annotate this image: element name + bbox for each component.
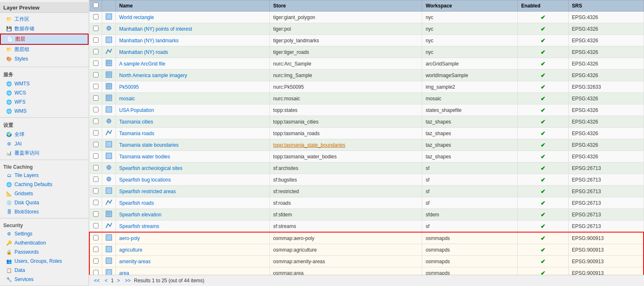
layer-workspace-cell: nyc [422, 46, 518, 58]
row-checkbox[interactable] [93, 84, 99, 89]
next-page-link[interactable]: > [115, 277, 122, 284]
layer-name-link[interactable]: Spearfish roads [119, 200, 154, 206]
layer-name-link[interactable]: mosaic [119, 96, 135, 102]
row-checkbox[interactable] [93, 165, 99, 170]
row-checkbox[interactable] [93, 37, 99, 43]
layer-name-link[interactable]: Tasmania water bodies [119, 154, 170, 160]
sidebar-item-services[interactable]: 🔧 Services [0, 275, 89, 284]
layer-workspace-cell: nyc [422, 23, 518, 35]
layer-name-link[interactable]: World rectangle [119, 15, 154, 20]
sidebar-item-wfs[interactable]: 🌐 WFS [0, 97, 89, 107]
layer-enabled-cell: ✔ [518, 186, 569, 197]
row-checkbox[interactable] [93, 247, 99, 252]
layer-name-link[interactable]: Manhattan (NY) points of interest [119, 26, 192, 32]
layer-name-link[interactable]: agriculture [119, 247, 142, 253]
sidebar-item-datastore[interactable]: 💾 数据存储 [0, 24, 89, 34]
layer-enabled-cell: ✔ [518, 244, 569, 256]
wfs-icon: 🌐 [6, 99, 12, 105]
workspace-icon: 📁 [6, 16, 12, 23]
row-checkbox[interactable] [93, 200, 99, 205]
sidebar-item-layergroup[interactable]: 📁 图层组 [0, 45, 89, 54]
layer-name-link[interactable]: Tasmania state boundaries [119, 142, 178, 148]
layer-name-link[interactable]: Manhattan (NY) landmarks [119, 38, 178, 44]
layer-enabled-cell: ✔ [518, 174, 569, 186]
row-checkbox[interactable] [93, 130, 99, 136]
security-settings-icon: ⚙ [6, 230, 12, 237]
layer-srs-cell: EPSG:900913 [568, 244, 644, 256]
row-checkbox[interactable] [93, 142, 99, 147]
row-checkbox[interactable] [93, 211, 99, 217]
sidebar-item-disk-quota[interactable]: 💿 Disk Quota [0, 198, 89, 207]
prev-page-link[interactable]: < [103, 277, 109, 284]
layer-name-link[interactable]: Tasmania cities [119, 119, 153, 125]
sidebar-item-styles[interactable]: 🎨 Styles [0, 54, 89, 63]
sidebar-item-label: BlobStores [14, 209, 39, 215]
row-checkbox[interactable] [93, 270, 99, 275]
enabled-checkmark: ✔ [541, 119, 545, 125]
sidebar-item-authentication[interactable]: 🔑 Authentication [0, 238, 89, 247]
row-checkbox[interactable] [93, 177, 99, 182]
layer-name-link[interactable]: aero-poly [119, 235, 140, 241]
row-checkbox[interactable] [93, 14, 99, 19]
jai-icon: ⚙ [6, 141, 12, 147]
layer-workspace-cell: osmmapds [422, 256, 518, 267]
enabled-checkmark: ✔ [541, 200, 545, 206]
sidebar-item-wmts[interactable]: 🌐 WMTS [0, 79, 89, 88]
first-page-link[interactable]: << [92, 277, 101, 284]
layer-name-link[interactable]: A sample ArcGrid file [119, 61, 165, 67]
sidebar-item-caching-defaults[interactable]: 🌐 Caching Defaults [0, 180, 89, 189]
sidebar-item-blobstores[interactable]: 🗄 BlobStores [0, 207, 89, 216]
sidebar-item-users-groups-roles[interactable]: 👥 Users, Groups, Roles [0, 257, 89, 266]
layer-name-link[interactable]: amenity-areas [119, 259, 151, 264]
row-checkbox[interactable] [93, 95, 99, 101]
sidebar-item-global[interactable]: 🌍 全球 [0, 130, 89, 139]
row-checkbox[interactable] [93, 61, 99, 66]
sidebar: Layer Preview 📁 工作区 💾 数据存储 📄 图层 📁 图层组 🎨 … [0, 0, 89, 286]
layer-name-link[interactable]: North America sample imagery [119, 73, 187, 78]
row-checkbox[interactable] [93, 235, 99, 240]
layer-name-link[interactable]: Spearfish restricted areas [119, 189, 176, 194]
layer-name-link[interactable]: Spearfish elevation [119, 212, 161, 218]
layer-name-link[interactable]: Spearfish archeological sites [119, 165, 183, 171]
sidebar-item-tile-layers[interactable]: 🗂 Tile Layers [0, 171, 89, 180]
row-checkbox[interactable] [93, 72, 99, 78]
row-checkbox[interactable] [93, 107, 99, 112]
layer-name-link[interactable]: Manhattan (NY) roads [119, 49, 168, 55]
sidebar-item-wcs[interactable]: 🌐 WCS [0, 88, 89, 97]
sidebar-item-jai[interactable]: ⚙ JAI [0, 139, 89, 148]
sidebar-item-label: JAI [14, 141, 22, 147]
sidebar-item-label: 全球 [14, 131, 24, 138]
layer-srs-cell: EPSG:4326 [568, 128, 644, 139]
layer-name-link[interactable]: Spearfish bug locations [119, 177, 171, 183]
row-checkbox[interactable] [93, 153, 99, 159]
layer-name-link[interactable]: Pk50095 [119, 84, 139, 90]
select-all-checkbox[interactable] [93, 2, 99, 8]
svg-point-27 [107, 165, 111, 170]
row-checkbox[interactable] [93, 26, 99, 31]
row-checkbox[interactable] [93, 49, 99, 54]
sidebar-item-layers[interactable]: 📄 图层 [0, 34, 89, 45]
layer-name-link[interactable]: Spearfish streams [119, 223, 159, 229]
sidebar-item-workspace[interactable]: 📁 工作区 [0, 15, 89, 24]
row-checkbox[interactable] [93, 258, 99, 264]
sidebar-item-data[interactable]: 📋 Data [0, 266, 89, 275]
layer-workspace-cell: sf [422, 174, 518, 186]
sidebar-item-gridsets[interactable]: 📐 Gridsets [0, 189, 89, 198]
layer-name-link[interactable]: area [119, 270, 129, 275]
layer-name-link[interactable]: Tasmania roads [119, 131, 154, 136]
layer-store-cell: osmmap:area [270, 267, 422, 275]
caching-defaults-icon: 🌐 [6, 181, 12, 188]
last-page-link[interactable]: >> [123, 277, 132, 284]
row-checkbox[interactable] [93, 119, 99, 124]
row-checkbox[interactable] [93, 188, 99, 194]
sidebar-item-wms[interactable]: 🌐 WMS [0, 107, 89, 116]
sidebar-item-passwords[interactable]: 🔒 Passwords [0, 247, 89, 257]
svg-point-1 [107, 26, 111, 30]
row-checkbox[interactable] [93, 223, 99, 228]
store-link[interactable]: topp:tasmania_state_boundaries [273, 142, 345, 148]
sidebar-item-coverage[interactable]: 📊 覆盖率访问 [0, 148, 89, 158]
layer-name-cell: aero-poly [116, 232, 270, 244]
global-icon: 🌍 [6, 131, 12, 138]
layer-name-link[interactable]: USA Population [119, 107, 154, 113]
sidebar-item-security-settings[interactable]: ⚙ Settings [0, 229, 89, 238]
